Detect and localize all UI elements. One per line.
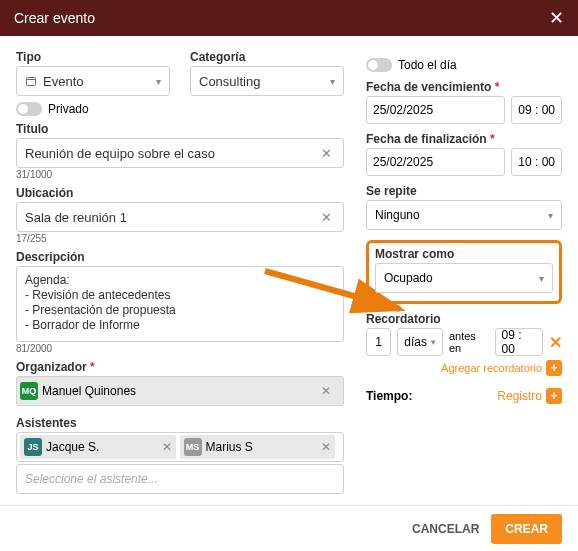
allday-toggle[interactable]: Todo el día bbox=[366, 58, 562, 72]
remove-icon[interactable]: ✕ bbox=[321, 440, 331, 454]
type-value: Evento bbox=[43, 74, 83, 89]
category-value: Consulting bbox=[199, 74, 260, 89]
due-time-input[interactable]: 09 : 00 bbox=[511, 96, 562, 124]
category-label: Categoría bbox=[190, 50, 344, 64]
attendee-search-input[interactable]: Seleccione el asistente... bbox=[16, 464, 344, 494]
chevron-down-icon: ▾ bbox=[548, 210, 553, 221]
description-input[interactable]: Agenda: - Revisión de antecedentes - Pre… bbox=[16, 266, 344, 342]
location-counter: 17/255 bbox=[16, 233, 344, 244]
create-button[interactable]: CREAR bbox=[491, 514, 562, 544]
repeat-value: Ninguno bbox=[375, 208, 420, 222]
reminder-unit-select[interactable]: días▾ bbox=[397, 328, 443, 356]
calendar-icon bbox=[25, 75, 37, 87]
attendee-name: Jacque S. bbox=[46, 440, 99, 454]
plus-icon: + bbox=[546, 360, 562, 376]
show-as-select[interactable]: Ocupado ▾ bbox=[375, 263, 553, 293]
organizer-label: Organizador * bbox=[16, 360, 344, 374]
description-counter: 81/2000 bbox=[16, 343, 344, 354]
type-label: Tipo bbox=[16, 50, 170, 64]
reminder-time-input[interactable]: 09 : 00 bbox=[495, 328, 543, 356]
attendee-chip[interactable]: MS Marius S ✕ bbox=[180, 435, 336, 459]
title-input[interactable]: Reunión de equipo sobre el caso ✕ bbox=[16, 138, 344, 168]
reminder-qty-input[interactable]: 1 bbox=[366, 328, 391, 356]
chevron-down-icon: ▾ bbox=[539, 273, 544, 284]
add-reminder-button[interactable]: Agregar recordatorio + bbox=[366, 360, 562, 376]
attendee-name: Marius S bbox=[206, 440, 253, 454]
location-input[interactable]: Sala de reunión 1 ✕ bbox=[16, 202, 344, 232]
attendees-field[interactable]: JS Jacque S. ✕ MS Marius S ✕ bbox=[16, 432, 344, 462]
end-date-label: Fecha de finalización * bbox=[366, 132, 562, 146]
due-date-label: Fecha de vencimiento * bbox=[366, 80, 562, 94]
close-icon[interactable]: ✕ bbox=[549, 7, 564, 29]
reminder-label: Recordatorio bbox=[366, 312, 562, 326]
dialog-footer: CANCELAR CREAR bbox=[0, 505, 578, 551]
organizer-field[interactable]: MQ Manuel Quinones ✕ bbox=[16, 376, 344, 406]
chevron-down-icon: ▾ bbox=[330, 76, 335, 87]
allday-label: Todo el día bbox=[398, 58, 457, 72]
delete-reminder-icon[interactable]: ✕ bbox=[549, 333, 562, 352]
clear-icon[interactable]: ✕ bbox=[317, 208, 335, 226]
show-as-highlight: Mostrar como Ocupado ▾ bbox=[366, 240, 562, 304]
remove-icon[interactable]: ✕ bbox=[162, 440, 172, 454]
avatar: MQ bbox=[20, 382, 38, 400]
register-button[interactable]: Registro + bbox=[497, 388, 562, 404]
left-column: Tipo Evento ▾ Categoría Consulting ▾ Pri… bbox=[0, 36, 360, 505]
title-value: Reunión de equipo sobre el caso bbox=[25, 146, 215, 161]
avatar: MS bbox=[184, 438, 202, 456]
description-label: Descripción bbox=[16, 250, 344, 264]
show-as-value: Ocupado bbox=[384, 271, 433, 285]
attendees-label: Asistentes bbox=[16, 416, 344, 430]
category-select[interactable]: Consulting ▾ bbox=[190, 66, 344, 96]
reminder-before-label: antes en bbox=[449, 330, 489, 354]
repeat-select[interactable]: Ninguno ▾ bbox=[366, 200, 562, 230]
due-date-input[interactable]: 25/02/2025 bbox=[366, 96, 505, 124]
attendee-chip[interactable]: JS Jacque S. ✕ bbox=[20, 435, 176, 459]
repeat-label: Se repite bbox=[366, 184, 562, 198]
end-time-input[interactable]: 10 : 00 bbox=[511, 148, 562, 176]
clear-icon[interactable]: ✕ bbox=[317, 144, 335, 162]
dialog-header: Crear evento ✕ bbox=[0, 0, 578, 36]
description-value: Agenda: - Revisión de antecedentes - Pre… bbox=[25, 273, 176, 333]
chevron-down-icon: ▾ bbox=[156, 76, 161, 87]
title-counter: 31/1000 bbox=[16, 169, 344, 180]
clear-icon[interactable]: ✕ bbox=[317, 382, 335, 400]
title-label: Titulo bbox=[16, 122, 344, 136]
end-date-input[interactable]: 25/02/2025 bbox=[366, 148, 505, 176]
svg-rect-0 bbox=[27, 78, 36, 86]
private-toggle[interactable]: Privado bbox=[16, 102, 344, 116]
dialog-title: Crear evento bbox=[14, 10, 95, 26]
avatar: JS bbox=[24, 438, 42, 456]
plus-icon: + bbox=[546, 388, 562, 404]
show-as-label: Mostrar como bbox=[375, 247, 553, 261]
organizer-name: Manuel Quinones bbox=[42, 384, 136, 398]
time-label: Tiempo: bbox=[366, 389, 412, 403]
private-label: Privado bbox=[48, 102, 89, 116]
location-value: Sala de reunión 1 bbox=[25, 210, 127, 225]
cancel-button[interactable]: CANCELAR bbox=[412, 522, 479, 536]
right-column: Todo el día Fecha de vencimiento * 25/02… bbox=[360, 36, 578, 505]
type-select[interactable]: Evento ▾ bbox=[16, 66, 170, 96]
location-label: Ubicación bbox=[16, 186, 344, 200]
